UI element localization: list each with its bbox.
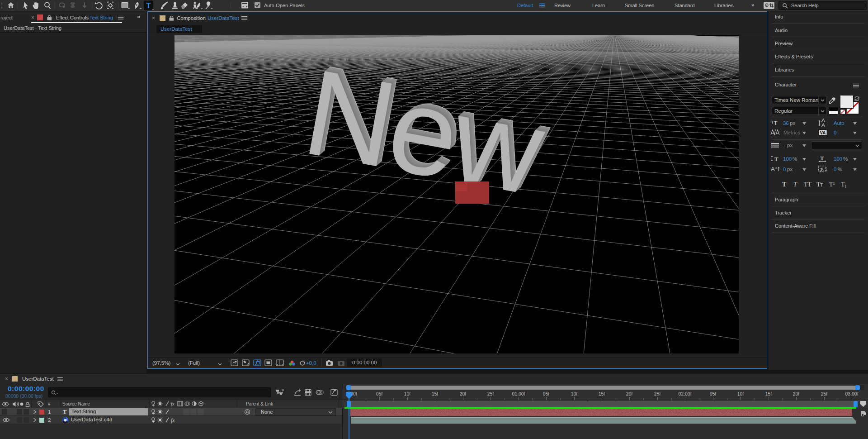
- svg-text:T: T: [774, 156, 778, 162]
- svg-text:fx: fx: [171, 417, 175, 424]
- svg-text:T: T: [146, 1, 151, 10]
- svg-text:VA: VA: [820, 130, 826, 135]
- svg-text:a: a: [775, 166, 778, 170]
- svg-text:A: A: [771, 166, 775, 172]
- svg-text:fx: fx: [171, 401, 175, 406]
- svg-text:あ: あ: [820, 167, 824, 172]
- svg-text:T: T: [820, 155, 824, 162]
